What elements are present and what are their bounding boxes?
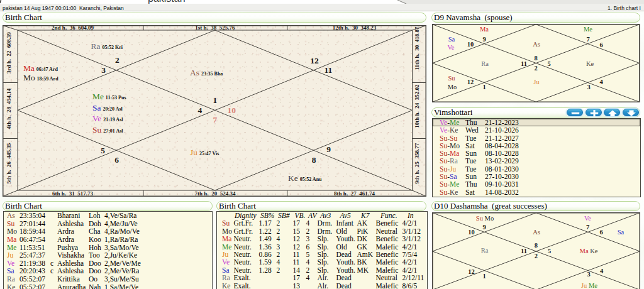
sign-number: 7 [586, 224, 589, 231]
d9-chart-lines [432, 24, 640, 102]
sign-number: 1 [482, 273, 486, 280]
house-label-right: 11th h. 30 418.87 [414, 27, 420, 70]
strength-row-Ve: VeNeutr.1.594114Slp.Youth.BKMalefic4/2/1 [217, 258, 427, 266]
planet-Mo: Mo 18:59 Ard [23, 72, 58, 83]
d10-title: D10 Dashamsha (great successes) [434, 201, 547, 211]
vimshottari-dasha-list[interactable]: Ve-MeThu21-12-2023Ve-KeWed21-10-2026Su-S… [432, 118, 641, 197]
zoom-in-button[interactable] [586, 109, 602, 117]
chart-info-text: pakistan 14 Aug 1947 00:01:00 Karanchi, … [3, 5, 124, 11]
planet-Ke: Ke [586, 60, 594, 67]
sign-number: 8 [534, 55, 537, 62]
planet-Sa: Sa [618, 229, 625, 236]
d10-title-capsule: D10 Dashamsha (great successes) [431, 201, 640, 211]
sign-number: 11 [521, 248, 527, 254]
position-row-Ma: Ma06:47:54ArdraKoo1,Ra/Ra/Ra [4, 236, 212, 244]
sign-number: 2 [534, 65, 537, 72]
position-row-Ra: Ra05:52:07KrittikaOo3,Su/Me/Su [4, 275, 212, 283]
planet-Ma: Ma Ke [580, 248, 598, 254]
dasha-row-Su-Ra[interactable]: Su-RaTue13-02-2029 [433, 157, 640, 165]
table2-title: Birth Chart [219, 201, 256, 211]
d9-title: D9 Navamsha (spouse) [434, 13, 513, 23]
planet-Ju: Ju [533, 79, 539, 85]
sign-number: 11 [325, 65, 333, 75]
position-row-Ve: Ve21:19:38cAshleshaDoo2,Me/Ve/Me [4, 259, 212, 268]
sign-number: 2 [115, 55, 119, 65]
strength-row-Sa: SaNeutr.1.282142Slp.Youth.MKMalefic4/2/1 [217, 266, 427, 274]
sign-number: 6 [114, 155, 119, 165]
planet-Ve: Ve 21:19 Asl [92, 112, 123, 124]
birth-chart-title: Birth Chart [5, 13, 42, 23]
sign-number: 12 [310, 56, 319, 66]
scroll-up-button[interactable] [604, 109, 620, 117]
sign-number: 5 [101, 146, 105, 156]
sign-number: 10 [228, 106, 236, 116]
planet-Me: Me [584, 25, 592, 32]
planet-Su: Su [448, 75, 455, 82]
sign-number: 4 [198, 106, 203, 116]
planet-Ve: Ve [584, 214, 591, 221]
zoom-out-button[interactable] [567, 109, 583, 117]
dasha-row-Ve-Me[interactable]: Ve-MeThu21-12-2023 [433, 119, 640, 126]
house-label-left: 4th h. 28 454.14 [6, 89, 12, 129]
sign-number: 1 [213, 95, 218, 106]
planet-Ju: Ju 25:47 Vis [190, 146, 219, 158]
sign-number: 2 [535, 252, 538, 259]
position-row-Me: Me11:53:51PushyaHoh3,Sa/Mo/Ve [4, 244, 212, 252]
d10-chart[interactable]: Su Mo109AsVe76SaRa11852Ma Ke12134Ju Me [432, 212, 640, 289]
position-row-Su: Su27:01:44AshleshaDoh4,Me/Ju/Ve [4, 220, 212, 228]
planet-Ra: Ra 05:52 Kri [91, 40, 123, 52]
d10-chart-lines [432, 212, 640, 289]
dasha-row-Su-Ju[interactable]: Su-JuTue08-01-2030 [433, 165, 640, 173]
dasha-row-Su-Ke[interactable]: Su-KeSat14-08-2032 [433, 188, 640, 196]
dasha-row-Ve-Ke[interactable]: Ve-KeWed21-10-2026 [433, 126, 640, 134]
planet-Ra: Ra [481, 247, 489, 254]
d9-chart[interactable]: MaSaVe109AsMe76Ra11852KeSuMo121Ju34 [432, 24, 640, 102]
position-row-Mo: Mo18:59:44ArdraCha4,Ra/Mo/Ve [4, 227, 212, 236]
planet-As: As [533, 228, 540, 235]
position-row-Ke: Ke05:52:07AnuradhaNah1,Sa/Me/Ve [4, 283, 212, 289]
dasha-row-Su-Ma[interactable]: Su-MaSun08-10-2028 [433, 150, 640, 157]
vimshottari-buttons [567, 109, 639, 117]
scroll-down-button[interactable] [623, 109, 639, 117]
planet-Me: Me 11:53 Pus [92, 90, 126, 102]
sign-number: 9 [482, 36, 486, 43]
house-label-right: 10th h. 24 352.02 [414, 84, 420, 128]
dasha-row-Su-Me[interactable]: Su-MeThu09-10-2031 [433, 180, 640, 188]
planet-strengths-table[interactable]: DignitySB%SB#VB.AVAv3Av5K7Func.InSuGrt.F… [216, 211, 428, 289]
planet-Ra: Ra [481, 60, 489, 67]
sign-number: 1 [482, 84, 486, 90]
house-label-top: 12th h. 30 348.23 [333, 25, 376, 31]
strength-row-Mo: MoGrt.Fr.1.222152Drm.OldPiKNeutral3/1/12 [217, 227, 427, 235]
dasha-row-Su-Sa[interactable]: Su-SaSun27-10-2030 [433, 173, 640, 180]
strength-row-Ke: KeExalt.13Alr.DeadMalefic8/6/5 [217, 282, 427, 289]
house-label-left: 5th h. 26 445.35 [6, 143, 12, 184]
dasha-row-Su-Mo[interactable]: Su-MoSat08-04-2028 [433, 142, 640, 150]
planet-As: As 23:35 Bha [190, 67, 223, 78]
birth-chart-d1[interactable]: 2nd h. 36 604.091st h. 38 525.7612th h. … [3, 25, 426, 197]
sign-number: 7 [213, 115, 218, 125]
birth-chart-title-capsule: Birth Chart [3, 13, 426, 23]
planet-positions-table[interactable]: As23:35:04BharaniLoh4,Ve/Sa/RaSu27:01:44… [3, 211, 213, 289]
position-row-Sa: Sa20:20:43cAshleshaDoo2,Me/Ve/Ra [4, 267, 212, 275]
planet-Ve: Ve [447, 43, 454, 50]
planet-Mo: Mo [448, 84, 457, 90]
strength-row-Me: MeNeutr.1.363126Slp.OldGKMalefic4/2/1 [217, 243, 427, 251]
strength-row-Ju: JuNeutr.0.862115Slp.DeadAmKBenefic7/5/4 [217, 251, 427, 258]
table1-title: Birth Chart [5, 201, 42, 211]
house-label-right: 9th h. 25 358.77 [414, 143, 420, 184]
strengths-header-row: DignitySB%SB#VB.AVAv3Av5K7Func.In [217, 212, 427, 219]
sign-number: 8 [312, 155, 316, 165]
sign-number: 4 [600, 267, 603, 274]
sign-number: 5 [548, 248, 551, 254]
planet-As: As [533, 40, 540, 47]
position-row-As: As23:35:04BharaniLoh4,Ve/Sa/Ra [4, 212, 212, 220]
planet-Su: Su 27:01 Asl [92, 124, 123, 135]
sign-number: 10 [467, 41, 474, 48]
planet-Sa: Sa [448, 36, 455, 43]
house-label-bottom: 6th h. 31 517.73 [52, 190, 93, 197]
dasha-row-Su-Su[interactable]: Su-SuTue21-12-2027 [433, 134, 640, 142]
sign-number: 3 [587, 270, 590, 277]
sign-number: 3 [587, 84, 590, 90]
sign-number: 5 [547, 60, 550, 67]
info-bar: pakistan 14 Aug 1947 00:01:00 Karanchi, … [0, 4, 644, 11]
